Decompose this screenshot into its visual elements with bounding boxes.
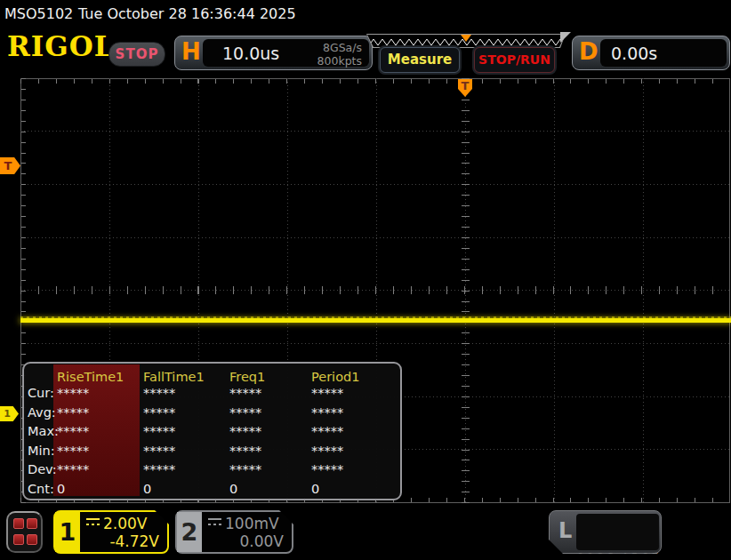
measurement-column-header[interactable]: Freq1 <box>229 370 265 384</box>
dc-coupling-icon <box>208 518 221 528</box>
channel1-trace <box>20 318 731 323</box>
sample-rate: 8GSa/s <box>317 41 362 54</box>
oscilloscope-screen: MSO5102 Tue October 28 16:36:44 2025 RIG… <box>0 0 731 560</box>
gridline <box>20 343 730 344</box>
gridline <box>20 237 730 238</box>
delay-value: 0.00s <box>611 44 657 63</box>
measurement-column-header[interactable]: RiseTime1 <box>57 370 124 384</box>
delay-inner: 0.00s <box>600 39 727 67</box>
channel2-status[interactable]: 2 100mV 0.00V <box>175 510 293 554</box>
channel1-scale: 2.00V <box>86 515 147 532</box>
menu-grid-icon <box>13 518 24 529</box>
menu-grid-icon <box>27 518 37 529</box>
gridline <box>20 131 730 132</box>
waveform-overview-bar[interactable] <box>363 34 569 48</box>
timebase-inner: 10.0us 8GSa/s 800kpts <box>203 39 369 67</box>
gridline <box>20 184 730 185</box>
menu-grid-icon <box>27 534 37 545</box>
stop-run-button[interactable]: STOP/RUN <box>474 47 555 73</box>
center-horizontal-ticks <box>20 286 730 294</box>
datetime: Tue October 28 16:36:44 2025 <box>78 5 296 22</box>
acquisition-info: 8GSa/s 800kpts <box>317 41 362 68</box>
delay-box[interactable]: D 0.00s <box>572 36 730 70</box>
d-label: D <box>579 38 598 65</box>
grid-bottom-border <box>20 502 730 503</box>
menu-grid-icon <box>13 534 24 545</box>
channel2-number: 2 <box>177 512 202 552</box>
measurement-column-header[interactable]: FallTime1 <box>143 370 205 384</box>
overview-trigger-indicator[interactable] <box>461 35 471 42</box>
logic-analyzer-status[interactable]: L 0 1 2 3 4 5 6 7 8 9 1011 12131415 <box>549 510 662 554</box>
trigger-level-marker[interactable]: T <box>0 157 20 174</box>
dc-coupling-icon <box>86 518 100 528</box>
menu-button[interactable] <box>6 511 43 553</box>
trigger-position-marker[interactable]: T <box>458 79 472 97</box>
toolbar: RIGOL STOP H 10.0us 8GSa/s 800kpts Measu… <box>0 27 731 76</box>
la-channels-row1: 0 1 2 3 4 5 6 7 <box>576 549 659 560</box>
channel2-offset: 0.00V <box>240 532 284 550</box>
rigol-logo: RIGOL <box>7 30 115 62</box>
channel1-offset-marker[interactable]: 1 <box>0 406 19 421</box>
measurement-column-header[interactable]: Period1 <box>311 370 359 384</box>
run-state-badge: STOP <box>108 42 165 67</box>
top-edge-ticks <box>20 79 730 84</box>
channel1-status[interactable]: 1 2.00V -4.72V <box>53 510 169 554</box>
measure-button[interactable]: Measure <box>380 47 460 73</box>
channel2-scale: 100mV <box>208 515 279 532</box>
channel1-offset: -4.72V <box>109 532 159 550</box>
h-label: H <box>181 38 201 65</box>
graticule: T T 1 RiseTime1 FallTime1 Freq1 Period1 … <box>0 76 731 508</box>
overview-corner-flap <box>560 32 571 43</box>
measurement-table: RiseTime1 FallTime1 Freq1 Period1 Cur: *… <box>22 362 402 500</box>
memory-depth: 800kpts <box>317 54 362 68</box>
channel-bar: 1 2.00V -4.72V 2 100mV 0.00V L 0 1 2 3 4… <box>0 507 731 560</box>
status-bar: MSO5102 Tue October 28 16:36:44 2025 <box>0 0 731 27</box>
la-channels: 0 1 2 3 4 5 6 7 8 9 1011 12131415 <box>576 514 659 550</box>
timebase-value: 10.0us <box>222 44 279 63</box>
la-label: L <box>558 518 572 543</box>
channel1-number: 1 <box>55 512 80 552</box>
model-name: MSO5102 <box>4 5 73 22</box>
horizontal-timebase-box[interactable]: H 10.0us 8GSa/s 800kpts <box>174 36 373 70</box>
